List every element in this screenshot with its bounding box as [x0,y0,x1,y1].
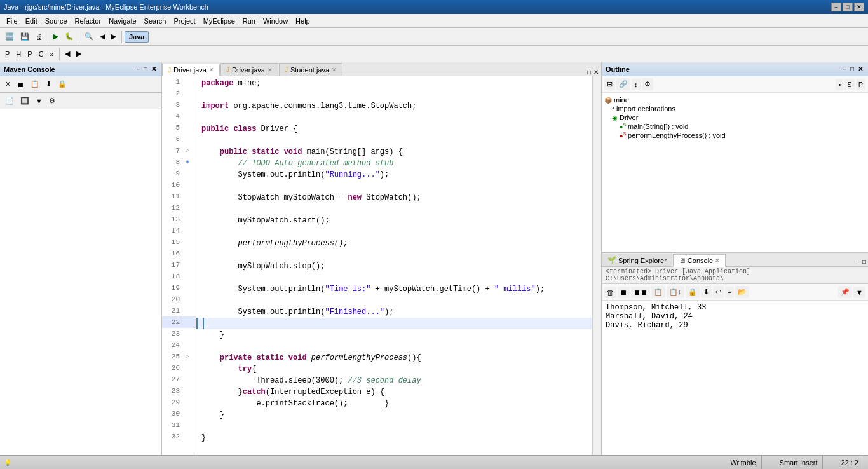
console-word-wrap[interactable]: ↩ [713,286,724,298]
code-editor[interactable]: 1 2 3 4 5 6 7▷ 8◈ 9 10 11 12 13 14 15 16… [162,76,601,455]
tb2-btn2[interactable]: H [13,48,24,60]
outline-sort[interactable]: ↕ [632,79,641,90]
console-scroll-end[interactable]: ⬇ [701,286,712,298]
maven2-btn1[interactable]: 📄 [3,95,17,107]
bottom-panel-maximize[interactable]: □ [860,257,868,266]
imports-icon: ⁴ [612,105,614,112]
editor-close[interactable]: ✕ [593,69,599,76]
console-new-console[interactable]: + [725,287,734,298]
console-clear[interactable]: 🗑 [604,287,616,298]
console-copy[interactable]: 📋 [651,286,665,298]
vertical-scrollbar[interactable] [592,76,601,455]
outline-minimize[interactable]: – [841,65,848,73]
bottom-tab-bar: 🌱 Spring Explorer 🖥 Console ✕ – □ [602,253,868,267]
outline-header: Outline – □ ✕ [602,62,868,76]
outline-hide-static[interactable]: S [844,79,854,90]
outline-perform-method[interactable]: ●S performLengthyProcess() : void [604,131,865,140]
maximize-panel-icon[interactable]: □ [142,65,149,73]
console-settings[interactable]: ▼ [853,287,865,298]
menu-window[interactable]: Window [259,16,292,26]
gutter-27: 27 [162,374,196,385]
restore-button[interactable]: □ [843,3,853,11]
menu-search[interactable]: Search [140,16,170,26]
console-pin[interactable]: 📌 [838,286,852,298]
tab-console[interactable]: 🖥 Console ✕ [673,254,726,267]
tab-driver-2[interactable]: J Driver.java ✕ [220,63,278,76]
save-button[interactable]: 💾 [18,31,32,43]
maven-btn3[interactable]: 📋 [28,78,42,90]
menu-file[interactable]: File [3,16,22,26]
console-open-file[interactable]: 📂 [735,286,749,298]
perspective-java[interactable]: Java [125,31,149,43]
tb2-btn1[interactable]: P [3,48,12,60]
tab-close-3[interactable]: ✕ [332,67,337,73]
tb2-nav1[interactable]: ◀ [62,48,72,60]
code-line-15: performLengthyProcess(); [196,238,592,249]
tab-close-1[interactable]: ✕ [209,67,214,73]
outline-collapse-all[interactable]: ⊟ [604,78,615,90]
outline-maximize[interactable]: □ [849,65,855,73]
sep3 [121,31,122,43]
maven-btn1[interactable]: ✕ [3,78,13,90]
new-button[interactable]: 🆕 [3,31,17,43]
menu-help[interactable]: Help [292,16,314,26]
minimize-panel-icon[interactable]: – [135,65,141,73]
menu-run[interactable]: Run [239,16,259,26]
outline-mine-label: mine [614,96,629,104]
outline-link[interactable]: 🔗 [616,78,630,90]
console-paste[interactable]: 📋↓ [667,286,684,298]
menu-edit[interactable]: Edit [22,16,41,26]
outline-driver-class[interactable]: ◉ Driver [604,113,865,122]
status-left: 💡 [4,459,712,466]
bottom-panel-minimize[interactable]: – [853,257,860,266]
maven-btn4[interactable]: ⬇ [43,78,54,90]
tb2-more[interactable]: » [48,48,57,60]
editor-maximize[interactable]: □ [587,69,591,76]
tb2-btn3[interactable]: P [25,48,34,60]
back-button[interactable]: ◀ [97,31,107,43]
outline-filter[interactable]: ⚙ [642,78,653,90]
menu-source[interactable]: Source [41,16,71,26]
menu-myeclipse[interactable]: MyEclipse [200,16,239,26]
gutter-5: 5 [162,122,196,133]
tab-spring-explorer[interactable]: 🌱 Spring Explorer [602,254,672,266]
tab-student[interactable]: J Student.java ✕ [279,63,342,76]
debug-button[interactable]: 🐛 [62,31,76,43]
outline-main-method[interactable]: ●S main(String[]) : void [604,122,865,131]
outline-hide-fields[interactable]: • [836,79,843,90]
print-button[interactable]: 🖨 [33,31,45,43]
outline-hide-nonpublic[interactable]: P [856,79,865,90]
code-line-26: try{ [196,364,592,375]
console-close-icon[interactable]: ✕ [715,257,720,264]
gutter-15: 15 [162,236,196,248]
bottom-right: 🌱 Spring Explorer 🖥 Console ✕ – □ <termi… [602,253,868,455]
menu-refactor[interactable]: Refactor [71,16,105,26]
console-terminate[interactable]: ⏹ [618,287,630,298]
window-controls: – □ ✕ [831,3,864,11]
menu-navigate[interactable]: Navigate [105,16,140,26]
maven2-btn2[interactable]: 🔲 [18,95,32,107]
close-panel-icon[interactable]: ✕ [150,65,158,73]
code-content[interactable]: package mine; import org.apache.commons.… [196,76,592,455]
outline-close[interactable]: ✕ [857,65,864,73]
console-terminate2[interactable]: ⏹⏹ [631,287,650,298]
code-line-29: e.printStackTrace(); } [196,398,592,409]
tb2-btn4[interactable]: C [36,48,46,60]
outline-imports[interactable]: ⁴ import declarations [604,104,865,113]
close-button[interactable]: ✕ [854,3,864,11]
maven2-btn3[interactable]: ▼ [33,95,45,107]
tab-driver-1[interactable]: J Driver.java ✕ [162,64,220,76]
tb2-nav2[interactable]: ▶ [74,48,84,60]
minimize-button[interactable]: – [831,3,841,11]
menu-project[interactable]: Project [170,16,199,26]
outline-mine[interactable]: 📦 mine [604,95,865,104]
maven2-btn4[interactable]: ⚙ [46,95,58,107]
code-line-25: private static void performLengthyProces… [196,352,592,364]
forward-button[interactable]: ▶ [109,31,119,43]
console-scroll-lock[interactable]: 🔒 [686,286,700,298]
maven-btn2[interactable]: ⏹ [15,79,27,90]
search-button[interactable]: 🔍 [82,31,96,43]
tab-close-2[interactable]: ✕ [268,67,273,73]
run-button[interactable]: ▶ [51,31,61,43]
maven-btn5[interactable]: 🔒 [55,78,69,90]
